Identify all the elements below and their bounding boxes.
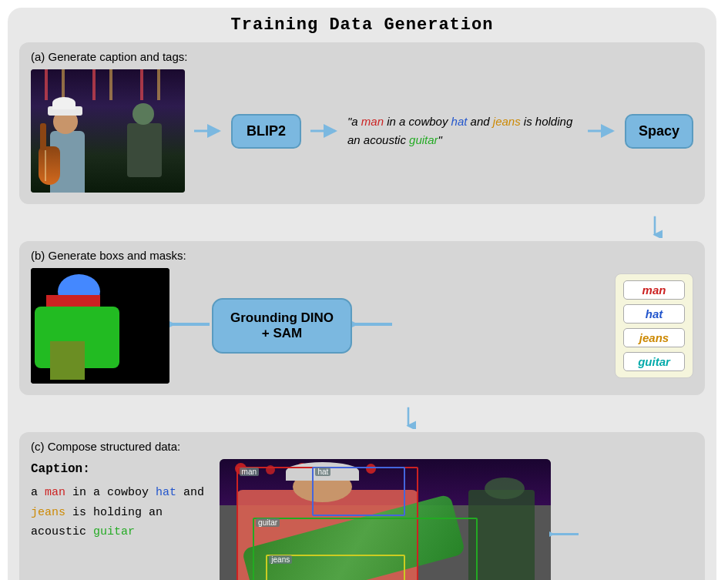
tag-hat: hat	[623, 304, 685, 324]
blip2-box: BLIP2	[231, 114, 301, 149]
tags-list: man hat jeans guitar	[615, 273, 693, 378]
tag-guitar: guitar	[623, 352, 685, 371]
section-b-label: (b) Generate boxs and masks:	[31, 249, 693, 262]
quote-close: "	[438, 133, 442, 146]
section-b-main: Grounding DINO + SAM man hat jeans guita…	[31, 268, 693, 384]
caption-and: and	[467, 115, 492, 128]
tag-jeans: jeans	[623, 328, 685, 347]
section-b: (b) Generate boxs and masks:	[19, 241, 705, 395]
segmentation-output	[31, 268, 169, 384]
arrow-b-to-c	[19, 403, 705, 432]
arrow-to-annotated-image	[549, 523, 580, 550]
caption-text-line3: acoustic guitar	[31, 522, 204, 542]
bbox-jeans-label: jeans	[269, 555, 292, 564]
arrow-tags-to-grounding	[352, 313, 394, 340]
bbox-jeans: jeans	[266, 555, 405, 580]
arrow-a-to-b	[19, 212, 705, 241]
section-a-label: (a) Generate caption and tags:	[31, 50, 693, 63]
structured-caption: Caption: a man in a cowboy hat and jeans…	[31, 459, 204, 542]
caption-jeans: jeans	[493, 115, 521, 128]
bbox-hat: hat	[312, 467, 404, 516]
section-c-label: (c) Compose structured data:	[31, 440, 693, 453]
page-title: Training Data Generation	[19, 15, 705, 35]
caption-hat: hat	[451, 115, 468, 128]
arrow-to-spacy	[586, 119, 617, 142]
caption-in: in a cowboy	[384, 115, 451, 128]
arrow-to-caption	[309, 119, 340, 142]
annotated-image-wrapper: man hat guitar jeans	[220, 459, 551, 580]
bbox-hat-label: hat	[315, 468, 330, 476]
caption-guitar: guitar	[409, 133, 438, 146]
input-photo	[31, 69, 185, 193]
quote-open: "a	[347, 115, 361, 128]
bbox-guitar-label: guitar	[256, 518, 280, 527]
tag-man: man	[623, 280, 685, 300]
grounding-dino-box: Grounding DINO + SAM	[212, 298, 352, 354]
section-c-content: Caption: a man in a cowboy hat and jeans…	[31, 459, 693, 580]
arrow-grounding-to-seg	[169, 313, 212, 340]
caption-man: man	[361, 115, 384, 128]
caption-title: Caption:	[31, 459, 204, 480]
blip2-caption-output: "a man in a cowboy hat and jeans is hold…	[347, 112, 579, 149]
arrow-to-blip2	[193, 119, 223, 142]
bbox-man-label: man	[240, 468, 259, 476]
spacy-box: Spacy	[625, 114, 693, 149]
caption-text-line2: jeans is holding an	[31, 503, 204, 523]
section-c: (c) Compose structured data: Caption: a …	[19, 432, 705, 580]
section-a-flow: BLIP2 "a man in a cowboy hat and jeans i…	[31, 69, 693, 193]
caption-text-line1: a man in a cowboy hat and	[31, 483, 204, 503]
annotated-output-image: man hat guitar jeans	[220, 459, 551, 580]
section-a: (a) Generate caption and tags:	[19, 42, 705, 204]
main-container: Training Data Generation (a) Generate ca…	[8, 8, 716, 580]
